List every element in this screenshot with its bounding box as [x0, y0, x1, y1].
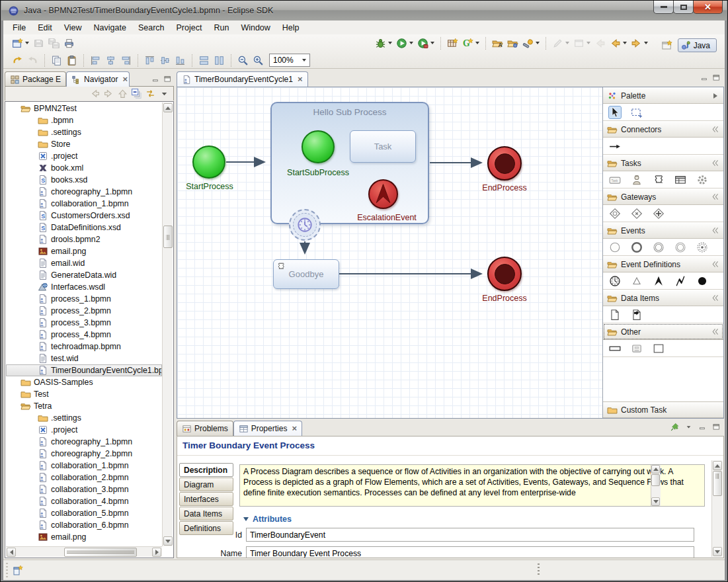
dropdown-caret-icon[interactable]: [409, 42, 413, 44]
toolbar-button[interactable]: [520, 36, 542, 50]
toolbar-button[interactable]: [415, 36, 436, 50]
close-button[interactable]: ✕: [693, 1, 723, 14]
toolbar-button[interactable]: [103, 53, 118, 67]
tree-item[interactable]: process_3.bpmn: [6, 317, 162, 329]
fast-view-icon[interactable]: [13, 564, 23, 576]
tree-item[interactable]: process_4.bpmn: [6, 329, 162, 341]
title-bar[interactable]: Java - BPMN2Test/TimerBoundaryEventCycle…: [1, 1, 727, 21]
start-process-event-node[interactable]: [192, 146, 225, 179]
tree-item[interactable]: collaboration_1.bpmn: [6, 460, 162, 472]
menu-item[interactable]: File: [7, 22, 32, 34]
tree-item[interactable]: S DataDefinitions.xsd: [6, 222, 162, 233]
tree-item[interactable]: process_1.bpmn: [6, 293, 162, 305]
pin-drawer-icon[interactable]: [711, 260, 719, 269]
tree-item[interactable]: OASIS-Samples: [6, 376, 162, 388]
menu-item[interactable]: Navigate: [88, 22, 132, 34]
palette-entry[interactable]: [674, 241, 686, 253]
toolbar-button[interactable]: [10, 36, 31, 50]
palette-entry[interactable]: [631, 174, 643, 186]
tree-item[interactable]: Store: [6, 138, 162, 150]
editor-tab[interactable]: TimerBoundaryEventCycle1 ×: [177, 71, 308, 87]
menu-item[interactable]: Edit: [32, 22, 58, 34]
palette-section-header[interactable]: Connectors: [603, 121, 723, 138]
maximize-editor-icon[interactable]: [711, 73, 721, 82]
toolbar-button[interactable]: [64, 53, 79, 67]
dropdown-caret-icon[interactable]: [644, 42, 648, 44]
palette-entry[interactable]: [653, 208, 665, 220]
palette-entry[interactable]: [653, 343, 665, 354]
navigator-tool[interactable]: [89, 88, 101, 99]
toolbar-button[interactable]: [49, 53, 64, 67]
open-perspective-icon[interactable]: [661, 40, 672, 52]
toolbar-button[interactable]: [445, 36, 460, 50]
tree-item[interactable]: collaboration_1.bpmn: [6, 198, 162, 210]
toolbar-button[interactable]: [46, 36, 61, 50]
palette-entry[interactable]: [696, 275, 708, 287]
process-description[interactable]: A Process Diagram describes a sequence o…: [239, 464, 705, 507]
palette-section-header[interactable]: Other: [603, 323, 723, 340]
pin-drawer-icon[interactable]: [711, 226, 719, 235]
navigator-tool[interactable]: [117, 88, 128, 99]
tree-item[interactable]: choreography_2.bpmn: [6, 448, 162, 460]
palette-entry[interactable]: [631, 309, 643, 321]
palette-header[interactable]: Palette: [603, 87, 723, 104]
toolbar-button[interactable]: [173, 53, 188, 67]
navigator-tool[interactable]: [131, 88, 142, 99]
toolbar-button[interactable]: [196, 53, 212, 67]
palette-entry[interactable]: [631, 275, 643, 287]
tree-item[interactable]: collaboration_2.bpmn: [6, 472, 162, 483]
tree-item[interactable]: process_2.bpmn: [6, 305, 162, 317]
toolbar-button[interactable]: [157, 53, 173, 67]
tree-item[interactable]: GenerateData.wid: [6, 269, 162, 281]
dropdown-caret-icon[interactable]: [25, 42, 29, 44]
tree-item[interactable]: email.wid: [6, 257, 162, 269]
close-tab-icon[interactable]: ×: [292, 425, 297, 432]
tree-item[interactable]: book.xml: [6, 162, 162, 174]
minimize-view-icon[interactable]: [151, 75, 161, 83]
menu-item[interactable]: Project: [171, 22, 208, 34]
toolbar-button[interactable]: [629, 36, 650, 50]
toolbar-button[interactable]: [138, 54, 138, 67]
menu-item[interactable]: View: [58, 22, 88, 34]
toolbar-button[interactable]: [118, 53, 134, 67]
menu-item[interactable]: Window: [235, 22, 276, 34]
pin-drawer-icon[interactable]: [711, 159, 719, 167]
palette-section-header[interactable]: Data Items: [603, 290, 723, 306]
toolbar-button[interactable]: A: [490, 36, 505, 50]
toolbar-button[interactable]: [83, 54, 84, 67]
menu-item[interactable]: Run: [208, 22, 235, 34]
marquee-tool[interactable]: [631, 106, 643, 118]
tree-item[interactable]: collaboration_5.bpmn: [6, 507, 162, 519]
end-process-node-top[interactable]: [487, 146, 522, 181]
toolbar-button[interactable]: [251, 53, 266, 67]
toolbar-button[interactable]: [231, 54, 231, 67]
palette-entry[interactable]: [631, 208, 643, 220]
close-tab-icon[interactable]: ×: [122, 76, 128, 83]
palette-entry[interactable]: [696, 174, 708, 186]
palette-entry[interactable]: [653, 174, 665, 186]
id-field[interactable]: [246, 528, 694, 542]
palette-entry[interactable]: [631, 343, 643, 354]
tree-item[interactable]: .project: [6, 424, 162, 436]
tree-item[interactable]: collaboration_3.bpmn: [6, 483, 162, 495]
close-editor-tab-icon[interactable]: ×: [298, 76, 303, 83]
attributes-section-header[interactable]: Attributes: [243, 515, 292, 524]
java-perspective-button[interactable]: J Java: [678, 38, 717, 52]
sub-process-node[interactable]: Hello Sub Process: [270, 102, 429, 224]
toolbar-button[interactable]: [592, 36, 608, 50]
tree-item[interactable]: email.png: [6, 245, 162, 257]
collapse-palette-icon[interactable]: [713, 93, 717, 99]
tree-item[interactable]: choreography_1.bpmn: [6, 186, 162, 198]
palette-entry[interactable]: [674, 174, 686, 186]
navigator-tool[interactable]: [145, 88, 156, 99]
toolbar-button[interactable]: [142, 53, 157, 67]
toolbar-button[interactable]: [61, 36, 77, 50]
toolbar-button[interactable]: [608, 36, 629, 50]
toolbar-button[interactable]: [10, 53, 25, 67]
tree-item[interactable]: Tetra: [6, 400, 162, 412]
dropdown-caret-icon[interactable]: [475, 42, 479, 44]
dropdown-caret-icon[interactable]: [586, 42, 590, 44]
palette-section-header[interactable]: Custom Task: [603, 401, 723, 418]
palette-section-header[interactable]: Events: [603, 222, 723, 239]
goodbye-task-node[interactable]: Goodbye: [273, 259, 339, 289]
